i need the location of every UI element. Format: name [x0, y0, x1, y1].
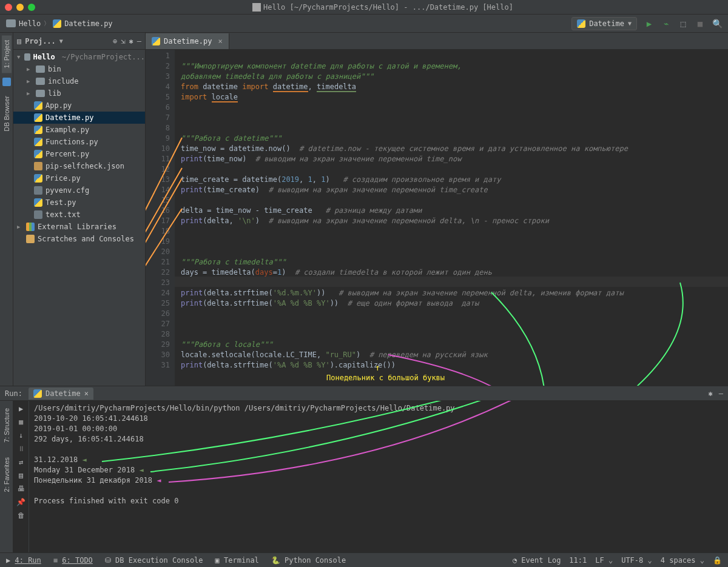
rerun-button[interactable]: ▶ [16, 403, 27, 414]
breadcrumb-project: Hello [19, 19, 41, 28]
search-icon[interactable]: 🔍 [712, 19, 722, 29]
debug-button[interactable]: ⌁ [661, 19, 671, 29]
folder-icon [36, 78, 45, 85]
bottom-tab-todo[interactable]: ≡ 6: TODO [53, 556, 93, 565]
chevron-down-icon: ▼ [628, 20, 632, 27]
window-title: Hello [~/PycharmProjects/Hello] - .../Da… [42, 2, 723, 12]
chevron-right-icon: 〉 [44, 19, 50, 28]
run-controls: ▶ ■ ↓ ⏸ ⇄ ▤ 🖶 📌 🗑 [13, 401, 29, 552]
lock-icon[interactable]: 🔒 [713, 556, 722, 565]
breadcrumb-file: Datetime.py [64, 19, 112, 28]
code-content[interactable]: """Импортируем компонент datetime для ра… [175, 50, 728, 386]
tree-folder[interactable]: ▶lib [13, 87, 145, 99]
annotation-text: Понедельник с большой буквы [326, 373, 445, 383]
traffic-lights [5, 4, 35, 11]
run-config-dropdown[interactable]: Datetime ▼ [571, 17, 637, 30]
bottom-tab-db[interactable]: ⛁ DB Execution Console [105, 556, 203, 565]
python-file-icon [577, 19, 585, 28]
locate-icon[interactable]: ⊕ [113, 37, 117, 45]
tree-folder[interactable]: ▶bin [13, 63, 145, 75]
layout-button[interactable]: ▤ [16, 470, 27, 481]
stop-button[interactable]: ■ [16, 417, 27, 428]
tool-tab-structure[interactable]: 7: Structure [2, 403, 12, 448]
tool-tab-project[interactable]: 1: Project [2, 35, 12, 73]
python-file-icon [34, 198, 42, 207]
run-button[interactable]: ▶ [644, 19, 654, 29]
pause-button[interactable]: ⏸ [16, 443, 27, 454]
hide-icon[interactable]: — [719, 389, 723, 398]
tree-folder[interactable]: ▶include [13, 75, 145, 87]
tree-external-libs[interactable]: ▶External Libraries [13, 221, 145, 233]
bottom-tab-run[interactable]: ▶ 4: Run [6, 556, 41, 565]
text-file-icon [34, 210, 42, 219]
python-file-icon [34, 126, 42, 134]
print-button[interactable]: 🖶 [16, 483, 27, 494]
python-file-icon [34, 101, 42, 110]
tree-file[interactable]: App.py [13, 99, 145, 112]
collapse-icon[interactable]: ⇲ [121, 37, 125, 45]
statusbar: ▶ 4: Run ≡ 6: TODO ⛁ DB Execution Consol… [0, 552, 728, 567]
line-gutter[interactable]: 1234567891011121314151617181920212223242… [146, 50, 175, 386]
tree-root[interactable]: ▼Hello~/PycharmProject... [13, 51, 145, 63]
toggle-button[interactable]: ⇄ [16, 457, 27, 468]
editor-tabbar: Datetime.py × [146, 33, 728, 50]
code-area[interactable]: 1234567891011121314151617181920212223242… [146, 50, 728, 386]
trash-button[interactable]: 🗑 [16, 510, 27, 521]
tree-scratches[interactable]: Scratches and Consoles [13, 233, 145, 245]
down-button[interactable]: ↓ [16, 430, 27, 441]
bottom-tab-pyconsole[interactable]: 🐍 Python Console [271, 556, 346, 565]
tool-tab-favorites[interactable]: 2: Favorites [2, 452, 12, 497]
tree-file[interactable]: Test.py [13, 196, 145, 209]
tree-file[interactable]: pyvenv.cfg [13, 184, 145, 196]
tree-file[interactable]: Percent.py [13, 148, 145, 160]
cursor-position[interactable]: 11:1 [569, 556, 587, 565]
libraries-icon [26, 223, 35, 231]
tree-file[interactable]: Functions.py [13, 136, 145, 148]
project-tree[interactable]: ▼Hello~/PycharmProject... ▶bin ▶include … [13, 50, 145, 386]
settings-icon[interactable]: ✱ [129, 37, 133, 45]
folder-icon [24, 53, 30, 61]
line-ending[interactable]: LF ⌄ [595, 556, 613, 565]
project-header: ▤ Proj... ▼ ⊕ ⇲ ✱ — [13, 33, 145, 50]
db-browser-icon[interactable] [2, 78, 11, 86]
python-file-icon [152, 37, 160, 45]
titlebar: Hello [~/PycharmProjects/Hello] - .../Da… [0, 0, 728, 15]
tree-file[interactable]: text.txt [13, 209, 145, 221]
editor: Datetime.py × 12345678910111213141516171… [146, 33, 728, 386]
close-tab-icon[interactable]: × [84, 389, 89, 398]
chevron-down-icon[interactable]: ▼ [59, 38, 63, 44]
tree-file[interactable]: Price.py [13, 172, 145, 184]
run-tab[interactable]: Datetime × [29, 388, 93, 400]
pin-button[interactable]: 📌 [16, 497, 27, 508]
tree-file-selected[interactable]: Datetime.py [13, 112, 145, 124]
python-file-icon [34, 174, 42, 183]
python-file-icon [34, 113, 42, 122]
encoding[interactable]: UTF-8 ⌄ [621, 556, 652, 565]
maximize-window-icon[interactable] [28, 4, 35, 11]
python-file-icon [34, 150, 42, 158]
coverage-icon[interactable]: ⬚ [678, 19, 688, 29]
scratches-icon [26, 235, 35, 243]
python-file-icon [33, 389, 42, 398]
editor-tab[interactable]: Datetime.py × [146, 33, 229, 49]
tool-tab-db-browser[interactable]: DB Browser [2, 91, 12, 136]
folder-icon [6, 19, 16, 27]
hide-icon[interactable]: — [137, 37, 141, 45]
event-log[interactable]: ◔ Event Log [513, 556, 561, 565]
indent[interactable]: 4 spaces ⌄ [661, 556, 704, 565]
project-view-icon[interactable]: ▤ [17, 37, 21, 45]
tree-file[interactable]: pip-selfcheck.json [13, 160, 145, 172]
gear-icon[interactable]: ✱ [709, 389, 713, 398]
close-window-icon[interactable] [5, 4, 12, 11]
tree-file[interactable]: Example.py [13, 124, 145, 136]
run-label: Run: [5, 389, 22, 398]
close-tab-icon[interactable]: × [218, 37, 222, 45]
minimize-window-icon[interactable] [16, 4, 24, 11]
breadcrumb[interactable]: Hello 〉 Datetime.py [6, 19, 113, 28]
folder-icon [36, 65, 45, 73]
folder-icon [36, 90, 45, 97]
stop-button[interactable]: ■ [695, 19, 705, 29]
left-tool-rail-bottom: 7: Structure 2: Favorites [0, 401, 13, 552]
bottom-tab-terminal[interactable]: ▣ Terminal [215, 556, 259, 565]
run-output[interactable]: /Users/dmitriy/PycharmProjects/Hello/bin… [29, 401, 728, 552]
